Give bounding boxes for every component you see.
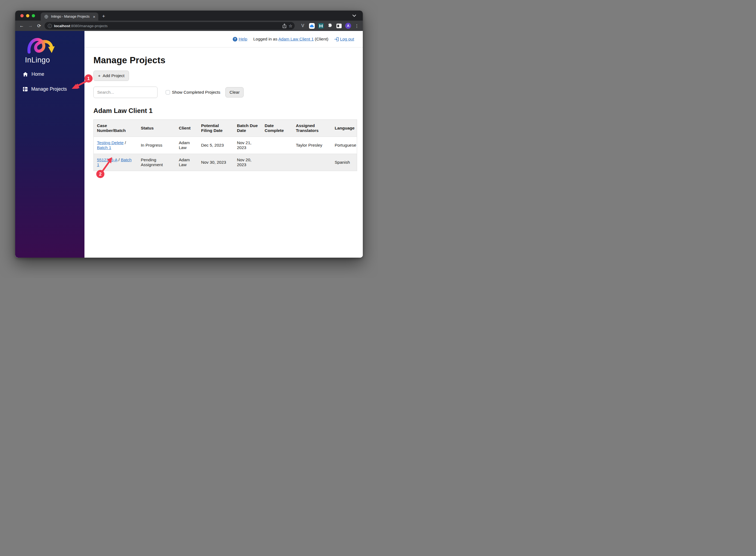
content: Manage Projects + Add Project Show Compl… <box>84 47 363 171</box>
url-text[interactable]: localhost:8080/manage-projects <box>54 24 280 28</box>
tab-search-chevron-icon[interactable] <box>352 13 356 18</box>
icloud-icon[interactable] <box>309 23 315 29</box>
sidebar-item-label: Manage Projects <box>31 86 67 92</box>
logged-in-prefix: Logged in as <box>253 37 278 41</box>
column-header: Case Number/Batch <box>94 120 138 137</box>
logged-in-text: Logged in as Adam Law Client 1 (Client) <box>253 37 329 41</box>
plus-icon: + <box>98 73 100 78</box>
globe-favicon-icon <box>43 14 49 19</box>
browser-menu-icon[interactable]: ⋮ <box>355 23 359 29</box>
new-tab-button[interactable]: + <box>102 13 105 21</box>
case-number-batch-cell: Testing Delete / Batch 1 <box>94 137 138 154</box>
client-cell: Adam Law <box>176 154 198 171</box>
profile-avatar[interactable]: A <box>345 23 351 29</box>
show-completed-checkbox-row[interactable]: Show Completed Projects <box>166 90 220 95</box>
bookmark-star-icon[interactable]: ☆ <box>289 23 293 29</box>
reload-button[interactable]: ⟳ <box>35 22 43 30</box>
help-link[interactable]: ? Help <box>233 37 247 41</box>
projects-table: Case Number/BatchStatusClientPotential F… <box>94 119 357 171</box>
zoom-window-button[interactable] <box>32 14 35 18</box>
assigned-translators-cell <box>293 154 332 171</box>
potential-filing-date-cell: Nov 30, 2023 <box>198 154 234 171</box>
column-header: Status <box>138 120 176 137</box>
help-question-icon: ? <box>233 37 237 41</box>
sidebar-item-label: Home <box>32 71 44 77</box>
password-manager-icon[interactable] <box>318 23 324 29</box>
table-header-row: Case Number/BatchStatusClientPotential F… <box>94 120 357 137</box>
back-button[interactable]: ← <box>18 22 26 30</box>
browser-toolbar: ← → ⟳ i localhost:8080/manage-projects ☆… <box>15 21 363 31</box>
inlingo-swirl-icon <box>23 35 60 57</box>
tab-close-icon[interactable]: × <box>92 15 96 19</box>
tab-title: Inlingo - Manage Projects <box>51 15 90 19</box>
clear-button[interactable]: Clear <box>226 87 244 98</box>
extensions-puzzle-icon[interactable] <box>327 23 333 29</box>
manage-projects-icon <box>23 87 28 92</box>
page: InLingo Home Manage Projects ? <box>15 31 363 258</box>
add-project-button[interactable]: + Add Project <box>94 71 129 81</box>
close-window-button[interactable] <box>21 14 24 18</box>
show-completed-label: Show Completed Projects <box>172 90 220 95</box>
help-label[interactable]: Help <box>239 37 247 41</box>
address-bar[interactable]: i localhost:8080/manage-projects ☆ <box>44 22 295 30</box>
projects-table-body: Testing Delete / Batch 1In ProgressAdam … <box>94 137 357 171</box>
user-role: (Client) <box>315 37 328 41</box>
brand-logo: InLingo <box>23 35 84 64</box>
minimize-window-button[interactable] <box>26 14 29 18</box>
filter-row: Show Completed Projects Clear <box>94 86 357 98</box>
batch-due-date-cell: Nov 21, 2023 <box>234 137 262 154</box>
sidebar-item-home[interactable]: Home <box>23 71 84 77</box>
client-section-title: Adam Law Client 1 <box>94 107 357 114</box>
column-header: Assigned Translators <box>293 120 332 137</box>
sidebar: InLingo Home Manage Projects <box>15 31 84 258</box>
page-title: Manage Projects <box>94 55 357 65</box>
search-input[interactable] <box>94 86 158 98</box>
sidebar-item-manage-projects[interactable]: Manage Projects <box>23 86 84 92</box>
browser-tab[interactable]: Inlingo - Manage Projects × <box>41 12 98 21</box>
traffic-lights <box>21 14 35 18</box>
status-cell: In Progress <box>138 137 176 154</box>
batch-link[interactable]: Batch 1 <box>97 145 111 150</box>
share-icon[interactable] <box>282 24 286 28</box>
browser-window: Inlingo - Manage Projects × + ← → ⟳ i lo… <box>15 10 363 258</box>
date-complete-cell <box>262 154 293 171</box>
url-path: :8080/manage-projects <box>70 24 107 28</box>
user-profile-link[interactable]: Adam Law Client 1 <box>278 37 314 41</box>
brand-name: InLingo <box>25 56 84 64</box>
column-header: Language <box>332 120 357 137</box>
language-cell: Portuguese <box>332 137 357 154</box>
table-row: 5512345-A / Batch 1Pending AssignmentAda… <box>94 154 357 171</box>
case-link[interactable]: Testing Delete <box>97 140 124 145</box>
vue-devtools-icon[interactable]: V <box>300 23 306 29</box>
case-number-batch-cell: 5512345-A / Batch 1 <box>94 154 138 171</box>
table-row: Testing Delete / Batch 1In ProgressAdam … <box>94 137 357 154</box>
main-area: ? Help Logged in as Adam Law Client 1 (C… <box>84 31 363 258</box>
column-header: Client <box>176 120 198 137</box>
add-project-label: Add Project <box>103 73 124 78</box>
assigned-translators-cell: Taylor Presley <box>293 137 332 154</box>
log-out-link[interactable]: Log out <box>334 37 354 41</box>
batch-due-date-cell: Nov 20, 2023 <box>234 154 262 171</box>
date-complete-cell <box>262 137 293 154</box>
log-out-label[interactable]: Log out <box>340 37 354 41</box>
home-icon <box>23 72 28 76</box>
side-panel-icon[interactable] <box>336 23 342 29</box>
url-host: localhost <box>54 24 70 28</box>
column-header: Date Complete <box>262 120 293 137</box>
forward-button[interactable]: → <box>27 22 34 30</box>
column-header: Batch Due Date <box>234 120 262 137</box>
show-completed-checkbox[interactable] <box>166 90 170 95</box>
case-link[interactable]: 5512345-A <box>97 158 117 162</box>
client-cell: Adam Law <box>176 137 198 154</box>
log-out-icon <box>334 37 339 41</box>
column-header: Potential Filing Date <box>198 120 234 137</box>
tab-strip: Inlingo - Manage Projects × + <box>15 10 363 21</box>
app-header: ? Help Logged in as Adam Law Client 1 (C… <box>84 31 363 47</box>
extension-icons: V A ⋮ <box>297 23 360 29</box>
potential-filing-date-cell: Dec 5, 2023 <box>198 137 234 154</box>
language-cell: Spanish <box>332 154 357 171</box>
site-info-icon[interactable]: i <box>48 24 52 28</box>
status-cell: Pending Assignment <box>138 154 176 171</box>
